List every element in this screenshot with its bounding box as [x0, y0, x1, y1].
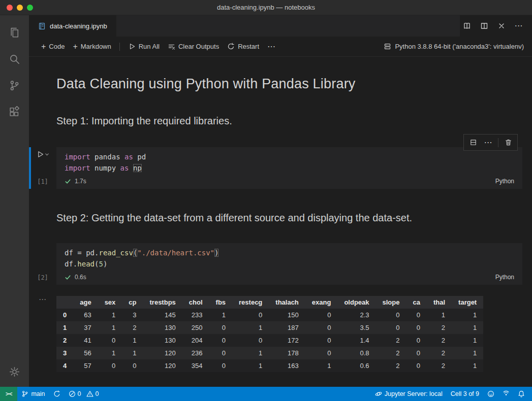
- code-line[interactable]: df.head(5): [65, 258, 514, 270]
- table-cell: 236: [182, 347, 209, 359]
- more-actions-icon: ⋯: [515, 22, 523, 30]
- code-token: pandas: [90, 153, 124, 161]
- notifications-button[interactable]: [514, 390, 529, 397]
- split-editor-button[interactable]: [477, 19, 491, 33]
- cell-position-label: Cell 3 of 9: [451, 390, 479, 397]
- code-token: ): [214, 249, 218, 257]
- more-editor-actions-button[interactable]: ⋯: [512, 19, 526, 33]
- code-token: pd: [133, 153, 146, 161]
- plus-icon: +: [73, 43, 77, 51]
- settings-button[interactable]: [3, 358, 27, 385]
- cell-language-picker[interactable]: Python: [495, 178, 514, 185]
- table-cell: 2: [376, 347, 406, 359]
- table-cell: 2: [427, 321, 452, 334]
- chevron-down-icon: [45, 152, 49, 157]
- problems-indicator[interactable]: 0 0: [65, 387, 103, 401]
- split-cell-icon: [470, 139, 477, 146]
- sidebar-item-extensions[interactable]: [3, 98, 27, 125]
- feedback-button[interactable]: [483, 390, 498, 397]
- code-editor[interactable]: df = pd.read_csv("./data/heart.csv")df.h…: [56, 243, 522, 285]
- cell-language-picker[interactable]: Python: [495, 274, 514, 281]
- add-markdown-label: Markdown: [81, 43, 111, 50]
- table-cell: 2: [427, 334, 452, 347]
- jupyter-server-label: Jupyter Server: local: [385, 390, 443, 397]
- source-control-icon: [8, 79, 21, 92]
- gear-icon: [8, 365, 21, 378]
- cell-status-bar: 0.6s Python: [65, 270, 514, 285]
- run-all-button[interactable]: Run All: [124, 40, 164, 53]
- code-line[interactable]: df = pd.read_csv("./data/heart.csv"): [65, 247, 514, 258]
- column-header: restecg: [232, 296, 269, 309]
- delete-cell-button[interactable]: [501, 136, 515, 149]
- close-window-button[interactable]: [7, 5, 13, 11]
- table-row: 356111202360117800.82021: [56, 347, 483, 359]
- run-cell-button[interactable]: [36, 149, 49, 158]
- restart-icon: [227, 43, 235, 50]
- table-cell: 1: [452, 309, 483, 321]
- smiley-icon: [487, 390, 494, 397]
- minimize-window-button[interactable]: [17, 5, 23, 11]
- cell-toolbar-separator: [498, 138, 498, 147]
- more-notebook-actions-button[interactable]: ⋯: [263, 40, 280, 53]
- jupyter-server-indicator[interactable]: Jupyter Server: local: [371, 390, 447, 397]
- table-cell: 2: [122, 321, 143, 334]
- zoom-window-button[interactable]: [27, 5, 33, 11]
- tab-data-cleaning-ipynb[interactable]: data-cleaning.ipynb: [29, 15, 116, 37]
- table-cell: 0: [305, 334, 338, 347]
- output-more-actions[interactable]: ⋯: [39, 297, 47, 372]
- status-bar: >< main 0 0 Jupyter Server: local Cell 3…: [0, 387, 532, 401]
- row-index: 2: [56, 334, 73, 347]
- table-cell: 0: [122, 359, 143, 372]
- code-editor[interactable]: import pandas as pdimport numpy as np 1.…: [56, 147, 522, 189]
- notebook-toolbar: + Code + Markdown Run All Clear Outpu: [29, 37, 532, 57]
- table-cell: 0: [209, 321, 233, 334]
- branch-indicator[interactable]: main: [17, 387, 49, 401]
- open-outline-button[interactable]: [460, 19, 474, 33]
- table-cell: 1: [98, 309, 122, 321]
- code-token: as: [124, 153, 133, 161]
- sidebar-item-explorer[interactable]: [3, 19, 27, 46]
- column-header: target: [452, 296, 483, 309]
- code-token: as: [120, 164, 129, 172]
- code-lines[interactable]: df = pd.read_csv("./data/heart.csv")df.h…: [65, 247, 514, 270]
- kernel-picker[interactable]: Python 3.8.8 64-bit ('anaconda3': virtua…: [384, 43, 524, 50]
- more-cell-actions-button[interactable]: ⋯: [481, 136, 495, 149]
- table-cell: 1: [122, 347, 143, 359]
- table-cell: 37: [73, 321, 98, 334]
- table-cell: 0: [305, 309, 338, 321]
- execution-duration: 1.7s: [75, 178, 86, 185]
- window-title: data-cleaning.ipynb — notebooks: [0, 4, 532, 11]
- add-markdown-cell-button[interactable]: + Markdown: [69, 40, 115, 53]
- code-line[interactable]: import numpy as np: [65, 162, 514, 174]
- cell-row: [2] df = pd.read_csv("./data/heart.csv")…: [29, 243, 522, 285]
- sync-changes-button[interactable]: [49, 387, 65, 401]
- restart-kernel-button[interactable]: Restart: [223, 40, 263, 53]
- table-cell: 1: [232, 321, 269, 334]
- table-cell: 0: [232, 309, 269, 321]
- column-header: oldpeak: [337, 296, 375, 309]
- add-code-cell-button[interactable]: + Code: [37, 40, 69, 53]
- announcements-button[interactable]: [498, 390, 514, 397]
- activity-bar: [0, 15, 29, 387]
- play-icon: [36, 150, 44, 158]
- table-cell: 1: [452, 359, 483, 372]
- sidebar-item-source-control[interactable]: [3, 72, 27, 98]
- cell-position-indicator[interactable]: Cell 3 of 9: [447, 390, 483, 397]
- code-lines[interactable]: import pandas as pdimport numpy as np: [65, 151, 514, 174]
- table-cell: 1: [452, 347, 483, 359]
- sidebar-item-search[interactable]: [3, 46, 27, 72]
- warning-icon: [86, 390, 93, 397]
- code-token: read_csv: [99, 249, 133, 257]
- table-cell: 2: [427, 347, 452, 359]
- more-actions-icon: ⋯: [267, 43, 276, 51]
- clear-outputs-button[interactable]: Clear Outputs: [164, 40, 223, 53]
- table-cell: 0: [376, 309, 406, 321]
- column-header: fbs: [209, 296, 233, 309]
- close-editor-button[interactable]: [494, 19, 509, 33]
- split-cell-button[interactable]: [466, 136, 480, 149]
- markdown-title: Data Cleaning using Python with Pandas L…: [56, 76, 522, 92]
- code-line[interactable]: import pandas as pd: [65, 151, 514, 162]
- remote-indicator[interactable]: ><: [0, 387, 17, 401]
- table-header-row: agesexcptrestbpscholfbsrestecgthalachexa…: [56, 296, 483, 309]
- markdown-step2-heading: Step 2: Getting the data-set from a diff…: [56, 212, 532, 224]
